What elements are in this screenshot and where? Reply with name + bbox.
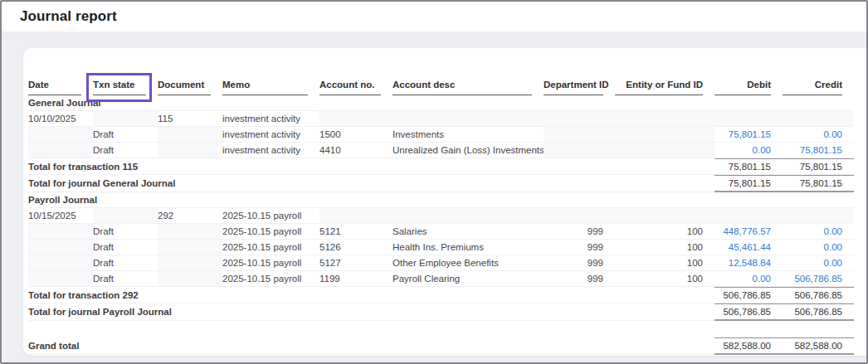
column-header-label: Date — [28, 80, 49, 90]
empty-cell — [615, 127, 714, 143]
memo-cell: 2025-10.15 payroll — [222, 240, 319, 255]
empty-cell — [158, 255, 222, 271]
journal-line-row: Draftinvestment activity1500Investments7… — [28, 127, 854, 143]
txn-state-cell: Draft — [93, 127, 158, 143]
total-debit: 75,801.15 — [714, 158, 783, 175]
account-desc-cell: Unrealized Gain (Loss) Investments — [393, 143, 544, 158]
empty-cell — [93, 111, 158, 127]
column-header-label: Department ID — [544, 80, 609, 90]
debit-amount-link[interactable]: 0.00 — [753, 145, 771, 155]
transaction-total-row: Total for transaction 292506,786.85506,7… — [28, 287, 854, 303]
credit-amount: 506,786.85 — [783, 271, 854, 287]
account-desc-cell: Payroll Clearing — [393, 271, 544, 287]
credit-amount: 0.00 — [783, 224, 854, 240]
txn-state-cell: Draft — [93, 255, 158, 271]
total-debit: 582,588.00 — [714, 337, 783, 355]
report-card: DateTxn stateDocumentMemoAccount no.Acco… — [23, 48, 866, 356]
debit-amount: 45,461.44 — [714, 240, 783, 255]
debit-amount: 448,776.57 — [714, 224, 783, 240]
account-no-cell: 5121 — [319, 224, 393, 240]
empty-cell — [28, 271, 93, 287]
transaction-total-row: Total for transaction 11575,801.1575,801… — [28, 158, 854, 175]
empty-cell — [544, 208, 615, 224]
empty-cell — [28, 255, 93, 271]
credit-amount-link[interactable]: 75,801.15 — [800, 145, 842, 155]
spacer-row — [28, 321, 854, 337]
table-header: DateTxn stateDocumentMemoAccount no.Acco… — [28, 78, 854, 95]
entity-or-fund-id-cell: 100 — [615, 224, 714, 240]
memo-cell: investment activity — [222, 143, 319, 158]
total-label: Grand total — [28, 337, 714, 355]
document-cell: 292 — [158, 208, 222, 224]
empty-cell — [319, 111, 393, 127]
account-desc-cell: Health Ins. Premiums — [393, 240, 544, 255]
journal-total-row: Total for journal Payroll Journal506,786… — [28, 303, 854, 321]
journal-line-row: Draftinvestment activity4410Unrealized G… — [28, 143, 854, 158]
memo-cell: investment activity — [222, 111, 319, 127]
empty-cell — [544, 111, 615, 127]
memo-cell: 2025-10.15 payroll — [222, 208, 319, 224]
document-cell: 115 — [158, 111, 222, 127]
debit-amount: 12,548.84 — [714, 255, 783, 271]
debit-amount-link[interactable]: 75,801.15 — [729, 129, 771, 139]
table-body: General Journal10/10/2025115investment a… — [28, 95, 854, 355]
empty-cell — [28, 240, 93, 255]
empty-cell — [544, 127, 615, 143]
total-debit: 506,786.85 — [714, 303, 783, 321]
journal-group-label: Payroll Journal — [28, 192, 854, 208]
column-header-account-desc: Account desc — [393, 78, 544, 95]
department-id-cell: 999 — [544, 255, 615, 271]
credit-amount-link[interactable]: 0.00 — [824, 129, 842, 139]
journal-line-row: Draft2025-10.15 payroll5127Other Employe… — [28, 255, 854, 271]
account-no-cell: 4410 — [319, 143, 393, 158]
account-no-cell: 1199 — [319, 271, 393, 287]
column-header-label: Txn state — [93, 80, 135, 90]
empty-cell — [714, 111, 783, 127]
report-window: Journal report DateTxn stateDocumentMemo… — [0, 0, 868, 364]
total-debit: 506,786.85 — [714, 287, 783, 303]
credit-amount: 0.00 — [783, 240, 854, 255]
empty-cell — [615, 143, 714, 158]
entity-or-fund-id-cell: 100 — [615, 240, 714, 255]
column-header-label: Account no. — [319, 80, 374, 90]
account-desc-cell: Salaries — [393, 224, 544, 240]
txn-state-cell: Draft — [93, 143, 158, 158]
account-no-cell: 5126 — [319, 240, 393, 255]
page-background: DateTxn stateDocumentMemoAccount no.Acco… — [2, 32, 866, 362]
credit-amount-link[interactable]: 0.00 — [824, 258, 842, 268]
debit-amount-link[interactable]: 12,548.84 — [729, 258, 771, 268]
empty-cell — [783, 208, 854, 224]
column-header-account-no: Account no. — [319, 78, 393, 95]
memo-cell: investment activity — [222, 127, 319, 143]
empty-cell — [158, 271, 222, 287]
date-cell: 10/15/2025 — [28, 208, 93, 224]
txn-state-cell: Draft — [93, 224, 158, 240]
credit-amount: 0.00 — [783, 255, 854, 271]
total-credit: 506,786.85 — [783, 287, 854, 303]
memo-cell: 2025-10.15 payroll — [222, 224, 319, 240]
debit-amount: 0.00 — [714, 143, 783, 158]
debit-amount-link[interactable]: 0.00 — [753, 274, 771, 284]
credit-amount-link[interactable]: 506,786.85 — [794, 274, 842, 284]
debit-amount-link[interactable]: 448,776.57 — [723, 226, 771, 236]
credit-amount-link[interactable]: 0.00 — [824, 226, 842, 236]
page-title: Journal report — [20, 8, 117, 25]
total-credit: 75,801.15 — [783, 158, 854, 175]
debit-amount-link[interactable]: 45,461.44 — [729, 242, 771, 252]
empty-cell — [783, 111, 854, 127]
entity-or-fund-id-cell: 100 — [615, 271, 714, 287]
column-header-debit: Debit — [714, 78, 783, 95]
empty-cell — [158, 127, 222, 143]
empty-cell — [393, 208, 544, 224]
title-bar: Journal report — [2, 2, 866, 32]
credit-amount-link[interactable]: 0.00 — [824, 242, 842, 252]
empty-cell — [544, 143, 615, 158]
department-id-cell: 999 — [544, 224, 615, 240]
account-no-cell: 1500 — [319, 127, 393, 143]
empty-cell — [28, 143, 93, 158]
column-header-label: Debit — [747, 80, 771, 90]
transaction-row: 10/10/2025115investment activity — [28, 111, 854, 127]
column-header-label: Account desc — [393, 80, 455, 90]
column-header-label: Entity or Fund ID — [626, 80, 703, 90]
total-label: Total for journal General Journal — [28, 175, 714, 192]
